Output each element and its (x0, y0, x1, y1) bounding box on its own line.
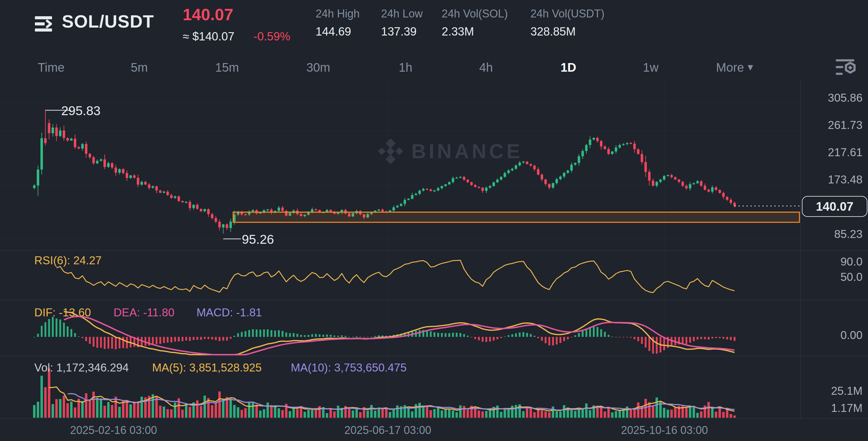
rsi-tick-90: 90.0 (803, 256, 863, 268)
grid-layer (0, 79, 868, 418)
rsi-tick-50: 50.0 (803, 271, 863, 284)
annotation-lines (45, 110, 241, 239)
vol-tick-25m: 25.1M (803, 385, 863, 398)
rsi-label[interactable]: RSI(6): 24.27 (34, 254, 102, 267)
vol-tick-1m: 1.17M (803, 402, 863, 415)
macd-tick-zero: 0.00 (803, 329, 863, 342)
y-tick-305: 305.86 (803, 92, 863, 105)
x-tick-feb: 2025-02-16 03:00 (70, 424, 157, 437)
macd-hist-label[interactable]: MACD: -1.81 (196, 306, 262, 319)
x-tick-oct: 2025-10-16 03:00 (621, 424, 708, 437)
low-annotation: 95.26 (242, 232, 274, 247)
chart-canvas[interactable] (0, 0, 868, 441)
current-price-label: 140.07 (802, 196, 867, 217)
support-zone-rect[interactable] (233, 212, 800, 222)
volume-label[interactable]: Vol: 1,172,346.294 (34, 361, 129, 374)
y-tick-261: 261.73 (803, 119, 863, 132)
macd-dif-label[interactable]: DIF: -13.60 (34, 306, 91, 319)
volume-ma10-label[interactable]: MA(10): 3,753,650.475 (291, 361, 406, 374)
y-tick-217: 217.61 (803, 146, 863, 159)
volume-ma5-label[interactable]: MA(5): 3,851,528.925 (152, 361, 262, 374)
y-tick-173: 173.48 (803, 173, 863, 186)
high-annotation: 295.83 (61, 104, 100, 118)
y-tick-85: 85.23 (803, 228, 863, 241)
x-tick-jun: 2025-06-17 03:00 (344, 424, 431, 437)
macd-dea-label[interactable]: DEA: -11.80 (114, 306, 175, 319)
rsi-plot (57, 260, 735, 292)
volume-plot (33, 369, 736, 418)
